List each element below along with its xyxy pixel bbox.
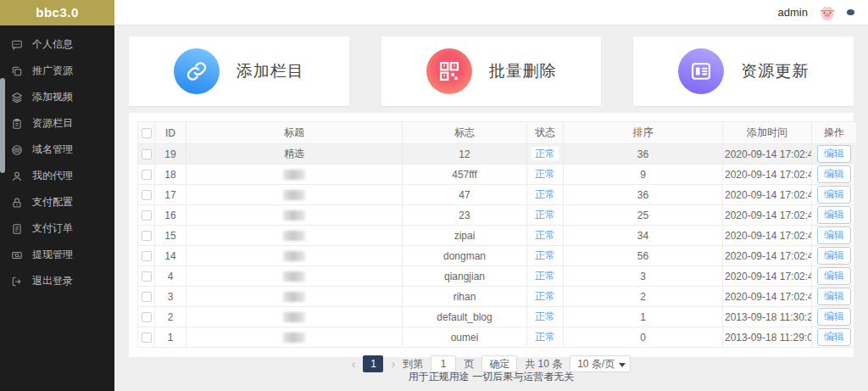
status-link[interactable]: 正常 [535, 229, 555, 241]
cell-title [186, 266, 403, 287]
cell-sort: 2 [564, 287, 723, 307]
row-checkbox[interactable] [142, 190, 152, 200]
sidebar-item-my-agents[interactable]: 我的代理 [0, 163, 114, 189]
logout-icon [11, 276, 23, 288]
edit-button[interactable]: 编辑 [817, 206, 851, 224]
main-content: 添加栏目 批量删除 资源更新 [114, 26, 868, 391]
sidebar-item-personal-info[interactable]: 个人信息 [0, 31, 114, 58]
row-checkbox[interactable] [142, 292, 152, 302]
edit-button[interactable]: 编辑 [817, 226, 851, 244]
sidebar-item-label: 我的代理 [32, 169, 73, 183]
cell-sort: 56 [564, 246, 723, 266]
redacted-title [283, 292, 305, 302]
table-row: 18 457fff 正常 9 2020-09-14 17:02:49 编辑 [138, 165, 857, 185]
cell-time: 2020-09-14 17:02:49 [723, 205, 812, 226]
menu-dot-icon[interactable] [847, 9, 854, 15]
cell-time: 2020-09-14 17:02:49 [723, 165, 812, 185]
sidebar-item-domain-management[interactable]: 域名管理 [0, 137, 114, 163]
status-link[interactable]: 正常 [535, 290, 555, 302]
per-page-value: 10 条/页 [577, 357, 615, 371]
layers-icon [11, 92, 23, 103]
resource-update-card[interactable]: 资源更新 [633, 36, 854, 106]
row-checkbox[interactable] [142, 271, 152, 282]
edit-button[interactable]: 编辑 [817, 328, 851, 346]
table-header-row: ID 标题 标志 状态 排序 添加时间 操作 [138, 122, 857, 144]
cell-sort: 36 [564, 144, 723, 165]
cell-time: 2020-09-14 17:02:49 [723, 185, 812, 205]
status-link[interactable]: 正常 [535, 331, 555, 343]
cell-time: 2020-09-14 17:02:49 [723, 144, 812, 165]
link-icon [174, 48, 220, 94]
status-link[interactable]: 正常 [535, 249, 555, 261]
card-label: 资源更新 [741, 60, 809, 82]
banknote-icon [11, 249, 23, 261]
status-link[interactable]: 正常 [531, 147, 559, 160]
sidebar-scrollbar[interactable] [0, 78, 5, 173]
row-checkbox[interactable] [142, 149, 152, 159]
prev-page-button[interactable]: ‹ [352, 358, 356, 370]
sidebar-item-withdrawal-management[interactable]: 提现管理 [0, 242, 114, 268]
chevron-down-icon [619, 363, 626, 367]
pig-avatar[interactable] [818, 3, 837, 22]
total-count-label: 共 10 条 [525, 357, 562, 371]
edit-button[interactable]: 编辑 [817, 267, 851, 285]
status-link[interactable]: 正常 [535, 310, 555, 322]
status-link[interactable]: 正常 [535, 270, 555, 282]
add-column-card[interactable]: 添加栏目 [129, 36, 349, 106]
status-link[interactable]: 正常 [535, 168, 555, 180]
cell-mark: 457fff [403, 165, 527, 185]
column-header-title: 标题 [186, 122, 403, 144]
cell-id: 18 [155, 165, 186, 185]
column-header-status: 状态 [527, 122, 564, 144]
table-row: 14 dongman 正常 56 2020-09-14 17:02:49 编辑 [138, 246, 857, 266]
column-header-sort: 排序 [564, 122, 723, 144]
cell-id: 17 [155, 185, 186, 205]
edit-button[interactable]: 编辑 [817, 308, 851, 326]
next-page-button[interactable]: › [391, 358, 395, 370]
sidebar-item-logout[interactable]: 退出登录 [0, 268, 114, 294]
edit-button[interactable]: 编辑 [817, 247, 851, 265]
row-checkbox[interactable] [142, 210, 152, 221]
cell-id: 1 [155, 327, 186, 348]
cell-sort: 1 [564, 307, 723, 327]
resource-table: ID 标题 标志 状态 排序 添加时间 操作 19 精选 12 正常 36 20… [137, 121, 857, 348]
cell-title [186, 246, 403, 266]
row-checkbox[interactable] [142, 251, 152, 261]
cell-mark: default_blog [403, 307, 527, 327]
sidebar-item-payment-orders[interactable]: 支付订单 [0, 215, 114, 242]
sidebar-item-label: 个人信息 [32, 37, 73, 52]
clipboard-icon [11, 118, 23, 130]
batch-delete-card[interactable]: 批量删除 [381, 36, 602, 106]
cell-sort: 3 [564, 266, 723, 287]
redacted-title [283, 251, 305, 261]
column-header-action: 操作 [812, 122, 857, 144]
row-checkbox[interactable] [142, 312, 152, 322]
cell-mark: oumei [403, 327, 527, 348]
sidebar-item-label: 推广资源 [32, 64, 73, 78]
table-row: 4 qiangjian 正常 3 2020-09-14 17:02:49 编辑 [138, 266, 857, 287]
cell-time: 2013-09-18 11:29:07 [723, 327, 812, 348]
app-logo: bbc3.0 [0, 0, 114, 25]
edit-button[interactable]: 编辑 [817, 165, 851, 183]
status-link[interactable]: 正常 [535, 209, 555, 221]
sidebar-item-promo-resources[interactable]: 推广资源 [0, 58, 114, 84]
row-checkbox[interactable] [142, 332, 152, 343]
username: admin [778, 6, 808, 19]
sidebar-item-payment-config[interactable]: 支付配置 [0, 189, 114, 215]
sidebar-item-resource-columns[interactable]: 资源栏目 [0, 110, 114, 137]
row-checkbox[interactable] [142, 231, 152, 241]
cell-id: 4 [155, 266, 186, 287]
edit-button[interactable]: 编辑 [817, 288, 851, 305]
select-all-checkbox[interactable] [142, 128, 152, 138]
sidebar-item-label: 退出登录 [32, 274, 73, 288]
edit-button[interactable]: 编辑 [817, 186, 851, 204]
status-link[interactable]: 正常 [535, 188, 555, 200]
cell-mark: 12 [403, 144, 527, 165]
chat-icon [11, 39, 23, 51]
admin-page: bbc3.0 个人信息 推广资源 添加视频 资源栏目 域名管理 [0, 0, 868, 391]
cell-title [186, 307, 403, 327]
sidebar-item-add-video[interactable]: 添加视频 [0, 84, 114, 110]
edit-button[interactable]: 编辑 [817, 145, 851, 163]
card-label: 添加栏目 [236, 60, 304, 82]
row-checkbox[interactable] [142, 170, 152, 180]
